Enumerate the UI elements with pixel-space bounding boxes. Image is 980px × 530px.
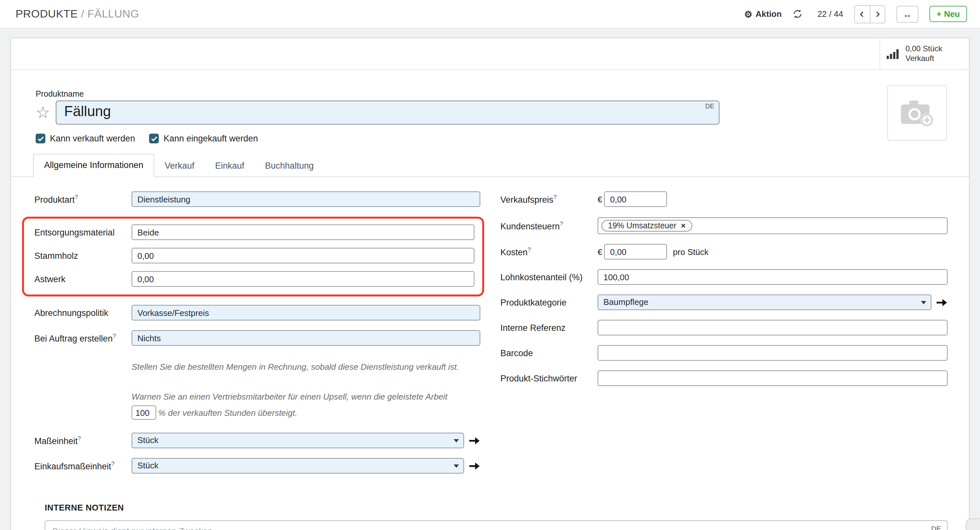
- field-row-produktkategorie: Produktkategorie Baumpflege: [500, 295, 948, 310]
- produktart-input[interactable]: [132, 192, 480, 207]
- red-highlight-annotation: Entsorgungsmaterial Stammholz Astwerk: [22, 217, 484, 297]
- checkbox-checked-icon: [150, 134, 159, 144]
- chevron-down-icon: [454, 439, 459, 443]
- floating-widget[interactable]: [966, 518, 980, 530]
- tab-allgemeine-informationen[interactable]: Allgemeine Informationen: [33, 154, 154, 177]
- barcode-label: Barcode: [500, 348, 598, 358]
- plus-icon: +: [937, 9, 942, 19]
- topbar-actions: ⚙ Aktion 22 / 44: [744, 5, 967, 23]
- form-right-column: Verkaufspreis? € Kundensteuern? 19: [500, 192, 948, 484]
- bei-auftrag-input[interactable]: [132, 330, 480, 346]
- astwerk-input[interactable]: [132, 271, 474, 287]
- breadcrumb-parent[interactable]: PRODUKTE: [16, 8, 78, 20]
- notebook-tabs: Allgemeine Informationen Verkauf Einkauf…: [11, 154, 969, 177]
- sold-stat-text: 0,00 Stück Verkauft: [905, 44, 942, 64]
- upsell-percent-input[interactable]: [132, 406, 156, 420]
- stammholz-label: Stammholz: [34, 251, 132, 260]
- field-row-barcode: Barcode: [500, 345, 948, 361]
- field-row-stammholz: Stammholz: [34, 248, 474, 263]
- einkaufsmasseinheit-select[interactable]: Stück: [132, 458, 464, 474]
- tag-remove-icon[interactable]: ×: [681, 222, 686, 230]
- help-question-icon: ?: [528, 246, 531, 253]
- barcode-input[interactable]: [598, 345, 948, 361]
- entsorgungsmaterial-input[interactable]: [132, 225, 474, 240]
- abrechnungspolitik-input[interactable]: [132, 305, 480, 321]
- help-question-icon: ?: [554, 194, 557, 200]
- currency-symbol: €: [598, 194, 602, 204]
- form-sheet: 0,00 Stück Verkauft Produktname ☆: [10, 38, 970, 530]
- internal-notes-textarea[interactable]: [45, 520, 948, 530]
- currency-symbol: €: [598, 247, 602, 257]
- entsorgungsmaterial-label: Entsorgungsmaterial: [34, 227, 132, 237]
- language-badge: DE: [931, 525, 941, 530]
- sale-purchase-checkboxes: Kann verkauft werden Kann eingekauft wer…: [11, 125, 969, 144]
- field-row-produktart: Produktart?: [34, 192, 480, 207]
- breadcrumb-current: FÄLLUNG: [88, 8, 139, 20]
- can-purchase-checkbox[interactable]: Kann eingekauft werden: [150, 134, 258, 144]
- astwerk-label: Astwerk: [34, 274, 132, 284]
- help-question-icon: ?: [78, 435, 81, 442]
- stammholz-input[interactable]: [132, 248, 474, 263]
- new-record-button[interactable]: + Neu: [929, 6, 967, 22]
- breadcrumb: PRODUKTE / FÄLLUNG: [16, 8, 139, 21]
- bei-auftrag-label: Bei Auftrag erstellen?: [34, 333, 132, 343]
- masseinheit-label: Maßeinheit?: [34, 435, 132, 446]
- field-row-interne-referenz: Interne Referenz: [500, 320, 948, 335]
- field-row-produkt-stichwoerter: Produkt-Stichwörter: [500, 370, 948, 386]
- tax-tag: 19% Umsatzsteuer ×: [601, 220, 692, 231]
- verkaufspreis-input[interactable]: [604, 192, 667, 207]
- stat-button-bar: 0,00 Stück Verkauft: [11, 38, 969, 70]
- tab-verkauf[interactable]: Verkauf: [154, 155, 205, 177]
- can-purchase-label[interactable]: Kann eingekauft werden: [164, 134, 258, 144]
- sold-stat-button[interactable]: 0,00 Stück Verkauft: [880, 38, 969, 69]
- upsell-text-after: % der verkauften Stunden übersteigt.: [158, 406, 297, 419]
- lohnkostenanteil-input[interactable]: [598, 269, 948, 285]
- can-sell-label[interactable]: Kann verkauft werden: [50, 134, 135, 144]
- tab-buchhaltung[interactable]: Buchhaltung: [255, 155, 324, 177]
- field-row-masseinheit: Maßeinheit? Stück: [34, 433, 480, 449]
- chevron-down-icon: [921, 301, 926, 304]
- internal-notes-title: INTERNE NOTIZEN: [45, 503, 948, 513]
- sold-stat-value: 0,00 Stück: [905, 44, 942, 54]
- bar-chart-icon: [887, 48, 900, 59]
- produktkategorie-internal-link[interactable]: [936, 298, 948, 307]
- refresh-button[interactable]: [793, 9, 802, 19]
- field-row-astwerk: Astwerk: [34, 271, 474, 287]
- toggle-size-button[interactable]: ↔: [896, 5, 918, 22]
- kundensteuern-tags-input[interactable]: 19% Umsatzsteuer ×: [598, 217, 948, 234]
- favorite-star-icon[interactable]: ☆: [36, 104, 56, 121]
- product-name-input[interactable]: [56, 101, 719, 125]
- refresh-icon: [793, 9, 802, 19]
- chevron-left-icon: [859, 10, 866, 18]
- pager-previous-button[interactable]: [855, 5, 870, 22]
- tab-einkauf[interactable]: Einkauf: [205, 155, 255, 177]
- field-row-abrechnungspolitik: Abrechnungspolitik: [34, 305, 480, 321]
- masseinheit-select[interactable]: Stück: [132, 433, 464, 449]
- kosten-input[interactable]: [604, 244, 667, 260]
- field-row-kosten: Kosten? € pro Stück: [500, 244, 948, 260]
- kosten-label: Kosten?: [500, 246, 598, 257]
- upsell-text-before: Warnen Sie an einen Vertriebsmitarbeiter…: [132, 391, 480, 403]
- chevron-right-icon: [874, 10, 881, 18]
- masseinheit-internal-link[interactable]: [469, 437, 480, 445]
- pager-next-button[interactable]: [870, 5, 885, 22]
- produktkategorie-select[interactable]: Baumpflege: [598, 295, 931, 310]
- can-sell-checkbox[interactable]: Kann verkauft werden: [36, 134, 135, 144]
- upsell-warning-block: Warnen Sie an einen Vertriebsmitarbeiter…: [132, 391, 480, 420]
- verkaufspreis-label: Verkaufspreis?: [500, 194, 598, 205]
- product-name-label: Produktname: [36, 89, 969, 99]
- einkaufsmasseinheit-internal-link[interactable]: [469, 462, 480, 470]
- interne-referenz-input[interactable]: [598, 320, 948, 335]
- action-menu-button[interactable]: ⚙ Aktion: [744, 9, 782, 19]
- product-image-placeholder[interactable]: [887, 85, 947, 141]
- internal-notes-section: INTERNE NOTIZEN DE: [11, 484, 969, 530]
- arrow-right-icon: [469, 462, 480, 470]
- product-name-block: Produktname ☆ DE: [11, 70, 969, 125]
- expand-icon: ↔: [903, 9, 912, 19]
- produktart-label: Produktart?: [34, 194, 132, 205]
- help-question-icon: ?: [75, 194, 78, 200]
- sold-stat-label: Verkauft: [905, 54, 942, 64]
- field-row-kundensteuern: Kundensteuern? 19% Umsatzsteuer ×: [500, 217, 948, 234]
- top-navbar: PRODUKTE / FÄLLUNG ⚙ Aktion 22 / 44: [0, 0, 980, 29]
- produkt-stichwoerter-input[interactable]: [598, 370, 948, 386]
